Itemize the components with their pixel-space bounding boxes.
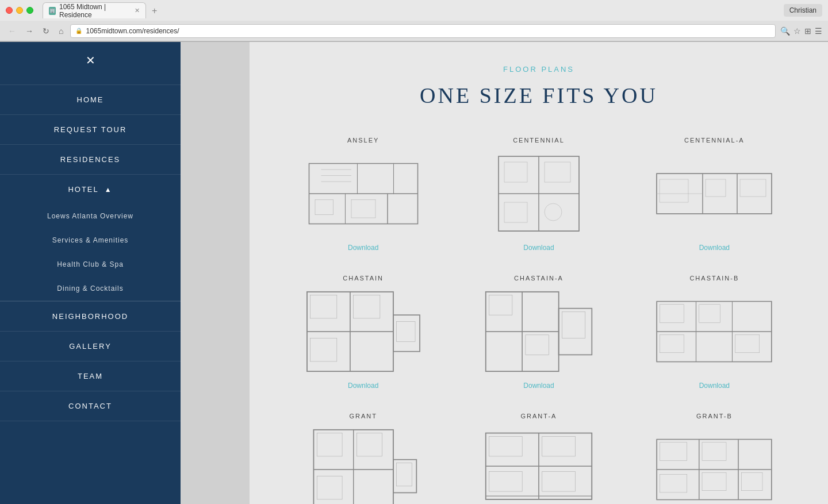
sidebar-close-button[interactable]: ✕ [86,53,95,67]
home-button[interactable]: ⌂ [56,25,66,37]
sidebar-sub-item-services[interactable]: Services & Amenities [0,228,181,252]
svg-rect-33 [350,292,393,332]
svg-rect-5 [345,194,388,224]
svg-rect-24 [703,174,737,214]
svg-rect-45 [522,332,558,371]
back-button[interactable]: ← [6,25,18,37]
address-bar[interactable]: 🔒 1065midtown.com/residences/ [70,24,776,38]
search-icon[interactable]: 🔍 [780,26,790,36]
svg-rect-64 [313,470,353,504]
bookmark-star-icon[interactable]: ☆ [793,26,801,36]
svg-rect-3 [393,164,417,194]
chastain-name: CHASTAIN [343,275,384,282]
svg-rect-69 [396,463,412,486]
svg-rect-2 [357,164,393,194]
sidebar-sub-item-health[interactable]: Health Club & Spa [0,252,181,276]
toolbar-icons: 🔍 ☆ ⊞ ☰ [780,26,822,36]
main-content: FLOOR PLANS ONE SIZE FITS YOU ANSLEY [250,42,828,504]
ansley-name: ANSLEY [347,137,379,144]
svg-rect-53 [657,332,696,362]
svg-rect-91 [702,472,726,491]
centennial-a-image [654,151,775,237]
svg-rect-46 [562,311,585,338]
svg-rect-74 [539,466,592,499]
svg-rect-48 [526,335,549,355]
svg-rect-44 [486,332,522,371]
tab-favicon: 🏢 [49,7,56,15]
centennial-a-name: CENTENNIAL-A [684,137,745,144]
sidebar-item-team[interactable]: TEAM [0,361,181,391]
sidebar: ✕ HOME REQUEST TOUR RESIDENCES HOTEL ▲ L… [0,42,181,504]
chastain-b-image [654,288,775,375]
svg-rect-6 [388,194,418,224]
url-text: 1065midtown.com/residences/ [86,27,179,35]
svg-rect-77 [489,471,522,491]
svg-rect-31 [393,315,420,351]
new-tab-button[interactable]: + [147,3,162,18]
titlebar: 🏢 1065 Midtown | Residence ✕ + Christian [0,0,828,21]
sidebar-item-gallery[interactable]: GALLERY [0,331,181,361]
sidebar-item-home[interactable]: HOME [0,84,181,114]
svg-rect-4 [309,194,345,224]
svg-rect-76 [542,436,576,456]
svg-rect-56 [660,305,684,323]
svg-rect-17 [504,162,527,182]
chastain-b-download-link[interactable]: Download [699,382,730,390]
svg-rect-27 [706,179,726,197]
chastain-a-image [478,288,599,375]
chastain-a-download-link[interactable]: Download [523,382,554,390]
svg-rect-72 [539,433,592,467]
sidebar-sub-item-dining[interactable]: Dining & Cocktails [0,276,181,301]
svg-rect-1 [309,164,357,194]
svg-rect-11 [351,200,375,218]
svg-rect-39 [396,322,415,342]
floor-plan-ansley: ANSLEY [284,137,442,252]
svg-rect-32 [307,292,350,332]
fullscreen-window-button[interactable] [26,7,33,14]
tab-close-button[interactable]: ✕ [135,7,140,14]
floor-plan-centennial: CENTENNIAL Download [459,137,618,252]
svg-rect-63 [353,430,393,470]
menu-icon[interactable]: ☰ [815,26,822,36]
ssl-lock-icon: 🔒 [75,28,82,34]
floor-plan-grant-a: GRANT-A Download [459,413,618,504]
svg-rect-35 [350,332,393,371]
ansley-download-link[interactable]: Download [348,244,378,252]
tab-title: 1065 Midtown | Residence [59,3,129,19]
forward-button[interactable]: → [23,25,36,37]
refresh-button[interactable]: ↻ [40,25,52,37]
sidebar-item-contact[interactable]: CONTACT [0,391,181,421]
chastain-download-link[interactable]: Download [348,382,378,390]
extensions-icon[interactable]: ⊞ [804,26,811,36]
grant-b-name: GRANT-B [696,413,733,420]
sidebar-nav: HOME REQUEST TOUR RESIDENCES HOTEL ▲ Loe… [0,84,181,421]
active-tab[interactable]: 🏢 1065 Midtown | Residence ✕ [43,2,146,18]
sidebar-item-request-tour[interactable]: REQUEST TOUR [0,114,181,144]
svg-rect-52 [733,302,772,332]
close-window-button[interactable] [6,7,13,14]
svg-rect-47 [489,295,512,316]
hotel-submenu: Loews Atlanta Overview Services & Amenit… [0,204,181,301]
svg-rect-43 [522,292,558,332]
svg-rect-26 [660,179,688,202]
svg-rect-42 [486,292,522,332]
grant-b-image [654,426,775,504]
svg-rect-51 [696,302,733,332]
sidebar-item-hotel[interactable]: HOTEL ▲ [0,174,181,204]
floor-plan-grant-b: GRANT-B [635,413,793,504]
minimize-window-button[interactable] [16,7,23,14]
centennial-a-download-link[interactable]: Download [699,244,730,252]
centennial-name: CENTENNIAL [513,137,565,144]
svg-rect-36 [310,295,336,318]
svg-point-20 [545,203,562,221]
sidebar-item-residences[interactable]: RESIDENCES [0,144,181,174]
sidebar-sub-item-loews[interactable]: Loews Atlanta Overview [0,204,181,228]
svg-rect-85 [699,470,738,500]
svg-rect-38 [310,338,336,361]
grant-image [303,426,424,504]
floor-plan-grant: GRANT Download [284,413,442,504]
svg-rect-58 [735,334,760,353]
sidebar-item-neighborhood[interactable]: NEIGHBORHOOD [0,301,181,331]
centennial-download-link[interactable]: Download [523,244,554,252]
svg-rect-82 [699,440,738,470]
